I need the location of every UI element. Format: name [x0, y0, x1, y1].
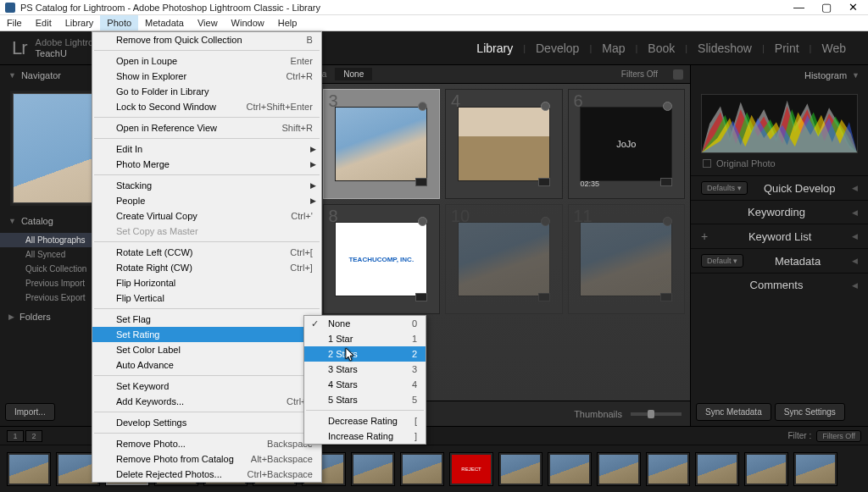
menu-item[interactable]: Photo Merge▶ [92, 157, 321, 172]
thumbnail-badge-icon[interactable] [660, 178, 672, 186]
secondary-display-button[interactable]: 1 [7, 430, 24, 442]
menu-item[interactable]: 1 Star1 [304, 331, 426, 346]
menu-item[interactable]: Auto Advance [92, 357, 321, 373]
flag-icon[interactable] [541, 217, 550, 226]
menu-item[interactable]: Remove from Quick CollectionB [92, 32, 321, 47]
import-button[interactable]: Import... [5, 403, 55, 421]
menu-item[interactable]: 2 Stars2 [304, 346, 426, 362]
menu-item[interactable]: Remove Photo from CatalogAlt+Backspace [92, 451, 321, 467]
menu-item[interactable]: Set Rating▶ [92, 327, 321, 342]
module-web[interactable]: Web [811, 41, 856, 55]
menu-item[interactable]: Add Keywords...Ctrl+K [92, 394, 321, 409]
menu-item[interactable]: Set Flag▶ [92, 312, 321, 327]
flag-icon[interactable] [663, 102, 672, 111]
module-develop[interactable]: Develop [526, 41, 589, 55]
thumbnail-badge-icon[interactable] [415, 293, 427, 301]
module-print[interactable]: Print [765, 41, 810, 55]
panel-section-keyword-list[interactable]: +Keyword List◀ [691, 224, 868, 248]
panel-section-metadata[interactable]: Default ▾Metadata◀ [691, 248, 868, 273]
menu-item[interactable]: 4 Stars4 [304, 377, 426, 392]
grid-cell[interactable]: 11 [568, 204, 686, 314]
flag-icon[interactable] [663, 217, 672, 226]
grid-cell[interactable]: 3 [323, 89, 441, 199]
menu-library[interactable]: Library [58, 15, 101, 30]
menu-item[interactable]: Open in LoupeEnter [92, 53, 321, 69]
filmstrip-thumb[interactable] [793, 452, 837, 486]
panel-section-quick-develop[interactable]: Defaults ▾Quick Develop◀ [691, 175, 868, 200]
panel-section-keywording[interactable]: Keywording◀ [691, 200, 868, 224]
menu-item[interactable]: Go to Folder in Library [92, 84, 321, 99]
flag-icon[interactable] [418, 102, 427, 111]
module-library[interactable]: Library [466, 41, 523, 55]
module-book[interactable]: Book [637, 41, 685, 55]
menu-item[interactable]: Set Keyword▶ [92, 379, 321, 394]
menu-edit[interactable]: Edit [29, 15, 58, 30]
preset-dropdown[interactable]: Defaults ▾ [701, 181, 748, 195]
menu-item[interactable]: Edit In▶ [92, 141, 321, 157]
secondary-display-button[interactable]: 2 [25, 430, 42, 442]
original-photo-toggle[interactable]: Original Photo [691, 157, 868, 175]
filmstrip-thumb[interactable] [400, 452, 444, 486]
menu-item[interactable]: Rotate Right (CW)Ctrl+] [92, 260, 321, 275]
close-button[interactable]: ✕ [849, 1, 858, 14]
minimize-button[interactable]: — [793, 1, 804, 14]
module-slideshow[interactable]: Slideshow [687, 41, 762, 55]
menu-item[interactable]: Develop Settings▶ [92, 415, 321, 430]
filmstrip-thumb[interactable] [646, 452, 690, 486]
histogram-header[interactable]: ▼ Histogram [691, 65, 868, 86]
sync-settings-button[interactable]: Sync Settings [775, 403, 845, 421]
menu-item[interactable]: 5 Stars5 [304, 392, 426, 407]
sync-metadata-button[interactable]: Sync Metadata [696, 403, 771, 421]
menu-item[interactable]: Decrease Rating[ [304, 413, 426, 428]
menu-item[interactable]: ✓None0 [304, 316, 426, 331]
menu-item[interactable]: Stacking▶ [92, 178, 321, 193]
module-map[interactable]: Map [592, 41, 635, 55]
thumbnail-badge-icon[interactable] [415, 178, 427, 186]
menu-item[interactable]: Show in ExplorerCtrl+R [92, 69, 321, 84]
checkbox-icon[interactable] [703, 159, 711, 168]
filter-tab-none[interactable]: None [335, 68, 372, 80]
menu-metadata[interactable]: Metadata [138, 15, 191, 30]
menu-help[interactable]: Help [271, 15, 304, 30]
grid-cell[interactable]: 8TEACHUCOMP, INC. [323, 204, 441, 314]
menu-item[interactable]: Lock to Second WindowCtrl+Shift+Enter [92, 99, 321, 114]
menu-photo[interactable]: Photo [100, 15, 138, 30]
menu-item[interactable]: Set Color Label▶ [92, 342, 321, 357]
menu-file[interactable]: File [0, 15, 29, 30]
add-keyword-icon[interactable]: + [701, 229, 708, 243]
filmstrip-thumb[interactable] [695, 452, 739, 486]
menu-item[interactable]: 3 Stars3 [304, 362, 426, 377]
thumbnail-size[interactable]: Thumbnails [574, 409, 682, 419]
menu-item[interactable]: Rotate Left (CCW)Ctrl+[ [92, 245, 321, 260]
filmstrip-thumb[interactable]: REJECT [449, 452, 493, 486]
menu-item[interactable]: Open in Reference ViewShift+R [92, 120, 321, 135]
filmstrip-thumb[interactable] [351, 452, 395, 486]
thumbnail-badge-icon[interactable] [538, 293, 550, 301]
metadata-preset-dropdown[interactable]: Default ▾ [701, 254, 743, 268]
menu-item[interactable]: Flip Vertical [92, 290, 321, 306]
menu-item[interactable]: Increase Rating] [304, 428, 426, 444]
menu-window[interactable]: Window [225, 15, 271, 30]
menu-item[interactable]: Create Virtual CopyCtrl+' [92, 208, 321, 224]
grid-cell[interactable]: 4 [445, 89, 563, 199]
flag-icon[interactable] [418, 217, 427, 226]
menu-view[interactable]: View [191, 15, 225, 30]
filmstrip-thumb[interactable] [548, 452, 592, 486]
maximize-button[interactable]: ▢ [821, 1, 832, 14]
menu-item[interactable]: People▶ [92, 193, 321, 208]
slider-thumb[interactable] [648, 410, 654, 418]
lock-icon[interactable] [673, 69, 683, 80]
grid-cell[interactable]: 602:35JoJo [568, 89, 686, 199]
flag-icon[interactable] [541, 102, 550, 111]
panel-section-comments[interactable]: Comments◀ [691, 273, 868, 296]
filmstrip-thumb[interactable] [744, 452, 788, 486]
menu-item[interactable]: Delete Rejected Photos...Ctrl+Backspace [92, 467, 321, 482]
filters-off-label[interactable]: Filters Off [613, 68, 666, 80]
filmstrip-thumb[interactable] [7, 452, 51, 486]
filmstrip-filter-dropdown[interactable]: Filters Off [816, 430, 861, 442]
filmstrip-thumb[interactable] [498, 452, 542, 486]
thumbnail-badge-icon[interactable] [538, 178, 550, 186]
thumbnail-badge-icon[interactable] [660, 293, 672, 301]
grid-cell[interactable]: 10 [445, 204, 563, 314]
menu-item[interactable]: Remove Photo...Backspace [92, 436, 321, 451]
